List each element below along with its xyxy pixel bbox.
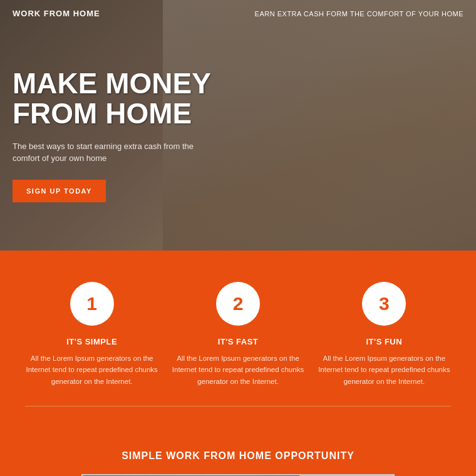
feature-item-3: 3 IT'S FUN All the Lorem Ipsum generator… [318,282,451,387]
feature-desc-1: All the Lorem Ipsum generators on the In… [25,353,158,387]
feature-number-1: 1 [86,293,97,314]
feature-item-2: 2 IT'S FAST All the Lorem Ipsum generato… [171,282,304,387]
feature-number-2: 2 [233,293,244,314]
feature-title-3: IT'S FUN [318,337,451,346]
feature-circle-2: 2 [216,282,260,326]
features-section: 1 IT'S SIMPLE All the Lorem Ipsum genera… [0,251,476,432]
video-section-title: SIMPLE WORK FROM HOME OPPORTUNITY [25,450,451,462]
features-divider [25,406,451,406]
feature-desc-3: All the Lorem Ipsum generators on the In… [318,353,451,387]
site-logo: WORK FROM HOME [13,9,100,18]
feature-circle-1: 1 [70,282,114,326]
hero-section: WORK FROM HOME EARN EXTRA CASH FORM THE … [0,0,476,251]
feature-title-2: IT'S FAST [171,337,304,346]
features-grid: 1 IT'S SIMPLE All the Lorem Ipsum genera… [25,282,451,387]
hero-subtext: The best ways to start earning extra cas… [13,140,213,165]
feature-number-3: 3 [379,293,390,314]
feature-circle-3: 3 [362,282,406,326]
signup-button[interactable]: SIGN UP TODAY [13,180,106,202]
header-tagline: EARN EXTRA CASH FORM THE COMFORT OF YOUR… [255,10,463,18]
hero-headline: MAKE MONEY FROM HOME [13,68,463,129]
feature-desc-2: All the Lorem Ipsum generators on the In… [171,353,304,387]
hero-nav: WORK FROM HOME EARN EXTRA CASH FORM THE … [13,9,463,18]
feature-title-1: IT'S SIMPLE [25,337,158,346]
feature-item-1: 1 IT'S SIMPLE All the Lorem Ipsum genera… [25,282,158,387]
video-section: SIMPLE WORK FROM HOME OPPORTUNITY CV 8 w… [0,432,476,476]
